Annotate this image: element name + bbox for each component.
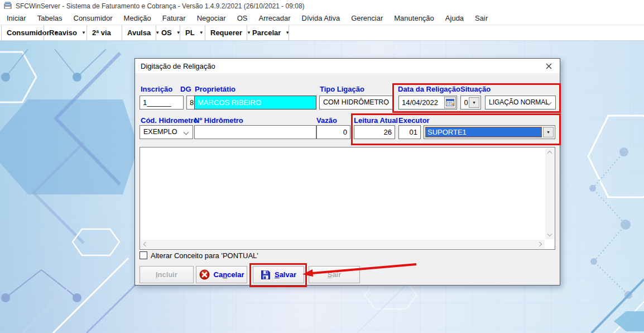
calendar-button[interactable] [444, 97, 456, 108]
calendar-icon [446, 99, 454, 106]
menu-item-medicao[interactable]: Medição [118, 12, 157, 25]
alterar-conceito-label: Alterar Conceito para 'PONTUAL' [151, 251, 258, 260]
scroll-down-icon [547, 232, 552, 236]
dialog-title: Digitação de Religação [141, 62, 215, 70]
menu-item-tabelas[interactable]: Tabelas [32, 12, 68, 25]
toolbar-button-consumidor[interactable]: Consumidor ▼ [1, 25, 44, 40]
toolbar-button-avulsa[interactable]: Avulsa ▼ [122, 25, 156, 40]
data-religacao-label: Data da Religação [398, 85, 460, 93]
proprietario-label: Proprietátio [195, 85, 236, 93]
menu-item-arrecadar[interactable]: Arrecadar [253, 12, 296, 25]
cod-hidrometro-select[interactable]: EXEMPLO [140, 125, 193, 139]
salvar-button[interactable]: Salvar [253, 266, 304, 283]
toolbar-button-os[interactable]: OS ▼ [156, 25, 180, 40]
toolbar-button-parcelar[interactable]: Parcelar ▼ [247, 25, 289, 40]
window-title: SFCWinServer - Sistema de Faturamento e … [16, 2, 305, 10]
menu-item-manutencao[interactable]: Manutenção [388, 12, 440, 25]
dropdown-arrow-icon: ▼ [285, 30, 290, 35]
tipo-ligacao-select[interactable]: COM HIDRÔMETRO [319, 96, 393, 110]
scroll-right-icon [537, 242, 542, 246]
tipo-ligacao-label: Tipo Ligação [320, 85, 364, 93]
menu-item-sair[interactable]: Sair [469, 12, 493, 25]
menu-item-faturar[interactable]: Faturar [157, 12, 191, 25]
inscricao-label: Inscrição [141, 85, 172, 93]
save-icon [261, 270, 271, 280]
menu-item-iniciar[interactable]: Iniciar [1, 12, 32, 25]
dg-label: DG [180, 85, 191, 93]
toolbar-button-2a-via[interactable]: 2ª via [86, 25, 122, 40]
toolbar-button-reaviso[interactable]: Reaviso ▼ [44, 25, 86, 40]
situacao-code-select[interactable]: 0 ▼ [460, 96, 481, 110]
proprietario-input[interactable]: MARCOS RIBEIRO [194, 96, 316, 110]
observacoes-textarea[interactable] [140, 147, 555, 250]
menu-item-consumidor[interactable]: Consumidor [68, 12, 118, 25]
incluir-button[interactable]: Incluir [140, 266, 194, 283]
toolbar-button-pl[interactable]: PL ▼ [180, 25, 205, 40]
dropdown-button-icon[interactable]: ▼ [469, 97, 479, 108]
executor-select[interactable]: SUPORTE1 ▼ [424, 125, 555, 139]
toolbar: Consumidor ▼ Reaviso ▼ 2ª via Avulsa ▼ O… [0, 25, 644, 41]
inscricao-input[interactable]: 1______ [140, 96, 184, 110]
menu-item-os[interactable]: OS [232, 12, 253, 25]
dialog-digitacao-de-religacao: Digitação de Religação Inscrição DG Prop… [134, 58, 560, 286]
cancelar-button[interactable]: Cancelar [196, 266, 247, 283]
dropdown-arrow-icon: ▼ [81, 30, 86, 35]
executor-label: Executor [398, 116, 430, 125]
app-icon [3, 2, 12, 11]
leitura-atual-label: Leitura Atual [354, 116, 398, 125]
vertical-scrollbar[interactable] [545, 148, 554, 239]
alterar-conceito-checkbox[interactable] [140, 251, 147, 259]
leitura-atual-input[interactable]: 26 [354, 125, 395, 139]
cod-hidrometro-label: Cód. Hidrometro [141, 116, 198, 125]
vazao-input[interactable]: 0 [316, 125, 350, 139]
dropdown-button-icon[interactable]: ▼ [543, 127, 554, 137]
menu-item-divida-ativa[interactable]: Dívida Ativa [296, 12, 346, 25]
close-icon [546, 63, 552, 69]
cancel-icon [199, 269, 210, 280]
sair-button[interactable]: Sair [309, 266, 360, 283]
menu-item-negociar[interactable]: Negociar [191, 12, 232, 25]
dialog-titlebar: Digitação de Religação [135, 59, 560, 73]
dropdown-arrow-icon: ▼ [199, 30, 204, 35]
scroll-up-icon [547, 151, 552, 155]
menu-item-gerenciar[interactable]: Gerenciar [345, 12, 388, 25]
executor-code-input[interactable]: 01 [398, 125, 421, 139]
scroll-left-icon [143, 242, 148, 246]
situacao-label: Situação [460, 85, 491, 93]
horizontal-scrollbar[interactable] [141, 240, 545, 249]
menu-bar: Iniciar Tabelas Consumidor Medição Fatur… [0, 12, 644, 25]
num-hidrometro-input[interactable] [194, 125, 316, 139]
menu-item-ajuda[interactable]: Ajuda [440, 12, 469, 25]
chevron-down-icon [184, 130, 189, 135]
situacao-select[interactable]: LIGAÇÃO NORMAL [485, 96, 556, 110]
toolbar-button-requerer[interactable]: Requerer ▼ [205, 25, 247, 40]
window-titlebar: SFCWinServer - Sistema de Faturamento e … [0, 0, 644, 12]
num-hidrometro-label: Nº Hidrômetro [194, 116, 243, 125]
close-button[interactable] [537, 59, 560, 73]
vazao-label: Vazão [316, 116, 337, 125]
screen: SFCWinServer - Sistema de Faturamento e … [0, 0, 644, 333]
toolbar-separator [289, 25, 289, 40]
